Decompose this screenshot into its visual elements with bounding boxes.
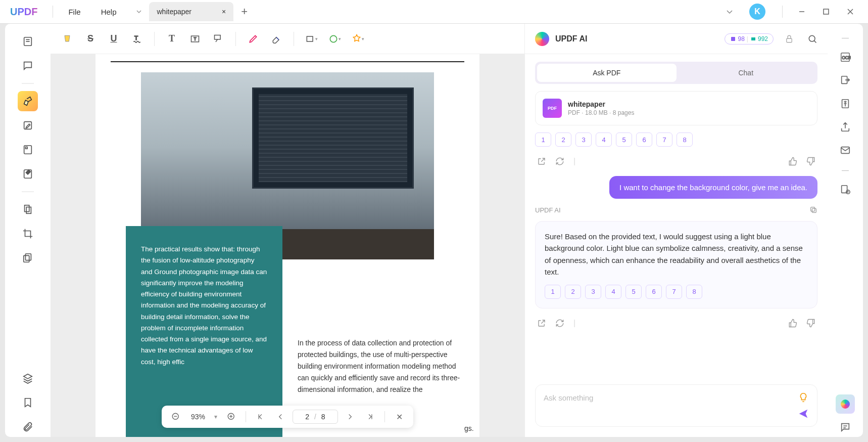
callout-icon[interactable] (209, 30, 227, 48)
page-chip[interactable]: 8 (686, 285, 702, 299)
highlight-color-icon[interactable] (58, 30, 76, 48)
page-chip[interactable]: 8 (677, 132, 693, 147)
credit-badge[interactable]: 98 | 992 (725, 33, 774, 45)
ai-prompt-input[interactable] (544, 393, 798, 402)
protect-icon[interactable] (836, 180, 855, 199)
next-page-button[interactable] (342, 409, 358, 425)
compress-icon[interactable] (836, 94, 855, 113)
chat-tab[interactable]: Chat (677, 64, 816, 82)
send-button[interactable] (798, 408, 809, 419)
menu-help[interactable]: Help (91, 8, 127, 16)
text-comment-icon[interactable]: T (163, 30, 181, 48)
new-tab-button[interactable]: + (241, 5, 248, 18)
organize-pages-icon[interactable] (18, 199, 38, 219)
zoom-in-button[interactable] (223, 409, 239, 425)
text-box-icon[interactable]: T (186, 30, 204, 48)
user-message-bubble: I want to change the background color, g… (609, 176, 817, 199)
page-chip[interactable]: 2 (565, 285, 581, 299)
zoom-dropdown-icon[interactable]: ▾ (212, 413, 219, 420)
chat-support-icon[interactable] (836, 418, 855, 437)
eraser-icon[interactable] (267, 30, 285, 48)
pencil-icon[interactable] (244, 30, 262, 48)
stamp-icon[interactable]: ▾ (349, 30, 367, 48)
minimize-button[interactable] (792, 2, 812, 22)
page-chip[interactable]: 3 (575, 132, 592, 147)
user-avatar[interactable]: K (749, 4, 765, 20)
page-number-input[interactable]: 2 / 8 (293, 410, 338, 424)
close-controls-button[interactable]: ✕ (391, 409, 407, 425)
file-meta: PDF · 18.0 MB · 8 pages (568, 109, 634, 116)
form-fill-icon[interactable] (18, 164, 38, 184)
open-external-icon[interactable] (537, 157, 546, 166)
layers-icon[interactable] (18, 368, 38, 388)
squiggly-icon[interactable]: T (128, 30, 146, 48)
attachment-icon[interactable] (18, 417, 38, 437)
shape-rectangle-icon[interactable]: ▾ (302, 30, 320, 48)
thumbs-down-icon[interactable] (806, 157, 815, 166)
attached-file-card[interactable]: PDF whitepaper PDF · 18.0 MB · 8 pages (535, 91, 817, 125)
thumbs-up-icon[interactable] (788, 157, 797, 166)
search-icon[interactable] (807, 34, 817, 44)
svg-rect-17 (307, 36, 313, 41)
ai-header: UPDF AI 98 | 992 (525, 24, 828, 54)
page-chip[interactable]: 6 (646, 285, 662, 299)
svg-rect-12 (24, 255, 29, 262)
tab-title: whitepaper (157, 8, 191, 16)
edit-text-icon[interactable] (18, 115, 38, 136)
page-chip[interactable]: 3 (585, 285, 601, 299)
separator (154, 32, 155, 46)
convert-icon[interactable] (836, 71, 855, 90)
suggestion-bulb-icon[interactable] (798, 392, 809, 403)
page-chip[interactable]: 4 (605, 285, 621, 299)
copy-pages-icon[interactable] (18, 248, 38, 268)
file-name: whitepaper (568, 100, 634, 108)
underline-icon[interactable]: U (105, 30, 123, 48)
lock-icon[interactable] (785, 34, 794, 43)
comment-mode-icon[interactable] (18, 56, 38, 76)
document-tab[interactable]: whitepaper × (149, 2, 233, 21)
thumbs-down-icon[interactable] (806, 319, 815, 328)
page-chip[interactable]: 6 (636, 132, 652, 147)
page-chip[interactable]: 7 (656, 132, 672, 147)
shape-circle-icon[interactable]: ▾ (325, 30, 344, 48)
page-chip[interactable]: 5 (616, 132, 632, 147)
share-icon[interactable] (836, 117, 855, 137)
highlight-tool-icon[interactable] (18, 91, 38, 111)
bookmark-icon[interactable] (18, 392, 38, 413)
crop-pages-icon[interactable] (18, 224, 38, 244)
ai-assistant-icon[interactable] (836, 394, 855, 414)
ocr-icon[interactable]: OCR (836, 48, 855, 67)
reader-mode-icon[interactable] (18, 31, 38, 52)
page-chip[interactable]: 7 (666, 285, 682, 299)
last-page-button[interactable] (362, 409, 378, 425)
regenerate-icon[interactable] (555, 157, 564, 166)
ask-pdf-tab[interactable]: Ask PDF (537, 64, 677, 82)
open-external-icon[interactable] (537, 319, 546, 328)
thumbs-up-icon[interactable] (788, 319, 797, 328)
strikethrough-icon[interactable]: S (81, 30, 100, 48)
page-thumbnails-icon[interactable] (18, 140, 38, 160)
tabs-dropdown[interactable] (131, 4, 147, 19)
maximize-button[interactable] (816, 2, 836, 22)
page-chip[interactable]: 4 (596, 132, 612, 147)
page-chip[interactable]: 1 (545, 285, 561, 299)
chevron-down-icon[interactable] (721, 4, 738, 20)
page-chip[interactable]: 2 (555, 132, 571, 147)
zoom-out-button[interactable] (168, 409, 184, 425)
regenerate-icon[interactable] (555, 319, 564, 328)
close-window-button[interactable] (840, 2, 860, 22)
first-page-button[interactable] (252, 409, 268, 425)
app-logo[interactable]: UPDF (0, 6, 47, 18)
email-icon[interactable] (836, 141, 855, 160)
menu-file[interactable]: File (58, 8, 90, 16)
document-viewer[interactable]: The practical results show that: through… (51, 54, 524, 437)
copy-icon[interactable] (809, 206, 817, 214)
zoom-value: 93% (188, 413, 208, 421)
separator: — (840, 164, 851, 176)
page-chip[interactable]: 1 (535, 132, 551, 147)
page-chip[interactable]: 5 (625, 285, 642, 299)
close-tab-icon[interactable]: × (222, 8, 226, 16)
page-controls-bar: 93% ▾ 2 / 8 ✕ (162, 406, 413, 428)
collapse-icon[interactable]: — (840, 31, 851, 43)
prev-page-button[interactable] (272, 409, 288, 425)
